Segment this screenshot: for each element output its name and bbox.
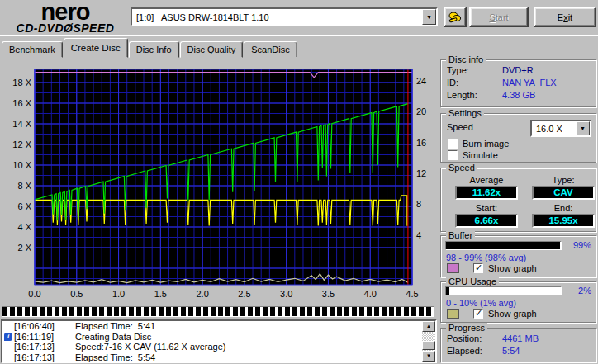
disc-info-title: Disc info [446, 54, 486, 64]
position-value: 4461 MB [502, 333, 539, 343]
disc-type-value: DVD+R [502, 65, 534, 75]
scrollbar-thumb[interactable] [422, 341, 435, 350]
disc-length-value: 4.38 GB [502, 90, 535, 100]
buffer-meter-fill [446, 242, 560, 249]
chevron-down-icon: ▼ [426, 14, 432, 20]
tab-create-disc[interactable]: Create Disc [64, 38, 128, 58]
overall-progress-bar [2, 306, 434, 317]
speed-panel: Speed Average Type: 11.62x CAV Start: En… [440, 168, 596, 232]
nero-cd-dvd-speed-window: nero CD-DVDØSPEED [1:0] ASUS DRW-1814BLT… [0, 0, 598, 364]
average-value-display: 11.62x [455, 186, 518, 200]
speed-panel-title: Speed [446, 163, 477, 173]
create-disc-chart: 2 X4 X6 X8 X10 X12 X14 X16 X18 X48121620… [0, 53, 438, 300]
svg-text:14 X: 14 X [12, 119, 31, 129]
drive-select[interactable]: [1:0] ASUS DRW-1814BLT 1.10 ▼ [131, 7, 438, 26]
log-scrollbar[interactable]: ▲ ▼ [422, 321, 435, 362]
cpu-show-graph-label: Show graph [488, 309, 537, 319]
burn-image-checkbox[interactable] [448, 139, 458, 149]
svg-text:8 X: 8 X [17, 181, 31, 191]
settings-title: Settings [446, 108, 484, 118]
cpu-usage-title: CPU Usage [446, 277, 499, 286]
speed-select-dropdown-button[interactable]: ▼ [576, 121, 590, 135]
disc-info-panel: Disc info Type:DVD+R ID:NAN YA FLX Lengt… [440, 59, 596, 107]
speed-select[interactable]: 16.0 X ▼ [530, 120, 591, 137]
cpu-usage-panel: CPU Usage 2% 0 - 10% (1% avg) Show graph [440, 281, 596, 323]
options-button[interactable] [444, 7, 467, 27]
disc-icon: Ø [64, 21, 73, 35]
log-box: [16:06:40] Elapsed Time: 5:41 i [16:11:1… [1, 319, 437, 363]
scroll-up-icon[interactable]: ▲ [422, 321, 435, 332]
cd-dvd-speed-logo-text: CD-DVDØSPEED [3, 22, 127, 34]
scroll-down-icon[interactable]: ▼ [422, 351, 435, 362]
svg-text:2 X: 2 X [17, 243, 31, 253]
cpu-meter-fill [446, 287, 449, 295]
buffer-color-swatch [447, 263, 459, 273]
svg-text:0.0: 0.0 [28, 289, 40, 299]
log-entry: [16:06:40] Elapsed Time: 5:41 [2, 321, 435, 332]
end-value-display: 15.95x [532, 214, 595, 228]
type-value-display: CAV [532, 186, 595, 200]
svg-text:4: 4 [416, 230, 421, 240]
toolbar: nero CD-DVDØSPEED [1:0] ASUS DRW-1814BLT… [0, 0, 598, 36]
buffer-panel: Buffer 99% 98 - 99% (98% avg) Show graph [440, 235, 596, 277]
exit-button[interactable]: Exit [534, 7, 596, 27]
disc-type-label: Type: [447, 65, 502, 75]
end-label: End: [532, 203, 595, 213]
svg-text:16 X: 16 X [12, 98, 31, 108]
type-label: Type: [532, 175, 595, 185]
drive-select-value: [1:0] ASUS DRW-1814BLT 1.10 [132, 12, 422, 22]
simulate-checkbox[interactable] [448, 150, 458, 160]
disc-id-label: ID: [447, 78, 502, 87]
cpu-range-text: 0 - 10% (1% avg) [446, 298, 516, 308]
svg-text:3.0: 3.0 [280, 289, 292, 299]
buffer-show-graph-label: Show graph [488, 263, 537, 273]
cpu-percent: 2% [578, 286, 591, 295]
average-label: Average [455, 175, 518, 185]
start-button[interactable]: Start [469, 7, 529, 27]
svg-text:24: 24 [416, 76, 426, 86]
svg-text:2.0: 2.0 [196, 289, 208, 299]
svg-text:2.5: 2.5 [238, 289, 250, 299]
toolbar-divider [0, 35, 598, 36]
disc-id-value: NAN YA FLX [502, 78, 557, 87]
svg-text:1.0: 1.0 [112, 289, 125, 299]
log-entry: [16:17:13] Elapsed Time: 5:54 [2, 352, 435, 363]
svg-text:6 X: 6 X [17, 201, 31, 211]
cpu-show-graph-row: Show graph [473, 309, 537, 319]
nero-logo-text: nero [3, 2, 127, 22]
cpu-show-graph-checkbox[interactable] [473, 309, 483, 319]
burn-image-label: Burn image [463, 139, 509, 149]
chart-area: 2 X4 X6 X8 X10 X12 X14 X16 X18 X48121620… [0, 53, 438, 300]
start-value-display: 6.66x [455, 214, 518, 228]
svg-text:12 X: 12 X [12, 139, 31, 149]
svg-text:18 X: 18 X [12, 78, 31, 87]
svg-text:8: 8 [416, 199, 421, 209]
svg-text:20: 20 [416, 106, 426, 116]
svg-text:4.5: 4.5 [406, 289, 418, 299]
svg-text:16: 16 [416, 138, 426, 148]
log-entry: [16:17:13] Speed:7-16 X CAV (11.62 X ave… [2, 342, 435, 352]
svg-text:12: 12 [416, 168, 426, 178]
progress-panel: Progress Position:4461 MB Elapsed:5:54 [440, 328, 596, 362]
buffer-range-text: 98 - 99% (98% avg) [446, 253, 526, 262]
svg-text:10 X: 10 X [12, 160, 31, 170]
speed-label: Speed [447, 122, 473, 132]
buffer-meter [445, 241, 562, 250]
position-label: Position: [447, 333, 502, 343]
buffer-percent: 99% [573, 240, 591, 250]
buffer-title: Buffer [446, 230, 475, 240]
svg-text:4 X: 4 X [17, 222, 31, 232]
svg-text:3.5: 3.5 [322, 289, 335, 299]
simulate-checkbox-row: Simulate [448, 150, 498, 160]
disc-length-label: Length: [447, 90, 502, 100]
buffer-show-graph-row: Show graph [473, 263, 537, 273]
log-entry: i [16:11:19] Creating Data Disc [2, 332, 435, 343]
nero-logo: nero CD-DVDØSPEED [3, 2, 127, 34]
buffer-show-graph-checkbox[interactable] [473, 263, 483, 273]
chevron-down-icon: ▼ [580, 125, 586, 131]
drive-select-dropdown-button[interactable]: ▼ [422, 9, 436, 25]
cpu-color-swatch [447, 309, 459, 319]
info-icon: i [4, 333, 12, 341]
svg-text:1.5: 1.5 [154, 289, 167, 299]
start-label: Start: [455, 203, 518, 213]
